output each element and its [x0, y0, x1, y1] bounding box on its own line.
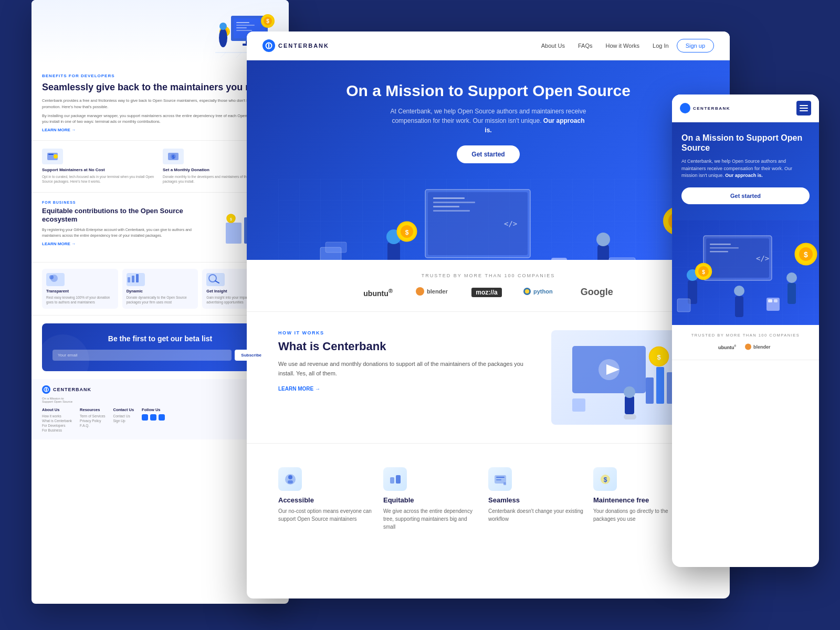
footer-contact: Contact Us Contact Us Sign Up — [113, 407, 134, 433]
nav-login[interactable]: Log In — [653, 43, 669, 49]
svg-rect-99 — [390, 477, 394, 484]
beta-section: Be the first to get our beta list Subscr… — [42, 323, 278, 371]
svg-text:$: $ — [266, 18, 269, 24]
feat-desc-1: Rest easy knowing 100% of your donation … — [46, 295, 114, 304]
svg-rect-131 — [735, 296, 743, 317]
ubuntu-logo: ubuntu® — [363, 287, 393, 298]
feat-title-2: Dynamic — [127, 289, 194, 293]
footer-link-developers[interactable]: For Developers — [42, 424, 72, 427]
mob-emphasis: Our approach is. — [725, 173, 763, 178]
left-hero-desc: Centerbank provides a free and frictionl… — [42, 98, 278, 110]
svg-line-44 — [215, 281, 219, 283]
svg-text:blender: blender — [753, 344, 771, 350]
learn-more-link[interactable]: LEARN MORE → — [42, 128, 278, 132]
feat-icon-dynamic — [127, 273, 145, 286]
footer-follow: Follow Us — [142, 407, 165, 433]
mid-nav-links: About Us FAQs How it Works — [541, 43, 639, 49]
feat-icon-insight — [206, 273, 225, 286]
beta-subscribe-button[interactable]: Subscribe — [235, 350, 268, 361]
footer-logo-icon — [42, 385, 50, 394]
svg-line-19 — [220, 52, 226, 58]
footer-link-privacy[interactable]: Privacy Policy — [80, 419, 105, 423]
trusted-label: TRUSTED BY MORE THAN 100 COMPANIES — [278, 273, 698, 278]
facebook-icon[interactable] — [150, 414, 156, 421]
svg-rect-64 — [597, 245, 609, 260]
footer-link-faq[interactable]: F.A.Q. — [80, 424, 105, 427]
beta-title: Be the first to get our beta list — [52, 334, 268, 343]
mob-navbar: CENTERBANK — [672, 94, 819, 122]
how-learn-more[interactable]: LEARN MORE → — [278, 386, 530, 392]
biz-tag: FOR BUSINESS — [42, 201, 278, 204]
nav-about[interactable]: About Us — [541, 43, 565, 49]
svg-text:</>: </> — [756, 254, 769, 262]
svg-rect-41 — [132, 276, 134, 282]
mini-card-desc-1: Opt in to curated, tech-focused ads in y… — [42, 174, 158, 184]
svg-point-132 — [734, 286, 744, 296]
python-logo: python — [523, 286, 560, 298]
mid-cta-button[interactable]: Get started — [457, 145, 519, 163]
twitter-icon[interactable] — [142, 414, 148, 421]
nav-how[interactable]: How it Works — [606, 43, 640, 49]
footer-link-whatis[interactable]: What is Centerbank — [42, 419, 72, 423]
nav-faqs[interactable]: FAQs — [578, 43, 593, 49]
blender-logo: blender — [414, 286, 450, 298]
footer-tagline: On a Mission toSupport Open Source — [42, 397, 278, 403]
svg-rect-40 — [128, 277, 130, 282]
hero-svg-illustration: </> $ — [278, 179, 730, 260]
svg-point-39 — [49, 275, 54, 279]
footer-link-howworks[interactable]: How it works — [42, 414, 72, 418]
svg-rect-100 — [396, 475, 401, 484]
footer-follow-title: Follow Us — [142, 407, 165, 412]
svg-point-79 — [416, 287, 424, 296]
feature-title-seamless: Seamless — [488, 496, 585, 504]
social-icons — [142, 414, 165, 421]
biz-title: Equitable contributions to the Open Sour… — [42, 207, 210, 225]
svg-rect-52 — [433, 197, 465, 199]
mob-cta-button[interactable]: Get started — [681, 187, 810, 204]
footer-link-business[interactable]: For Business — [42, 428, 72, 432]
nav-signup[interactable]: Sign up — [677, 39, 714, 52]
hamburger-icon[interactable] — [796, 101, 811, 116]
svg-rect-130 — [677, 299, 690, 312]
svg-point-94 — [624, 386, 635, 398]
google-logo: Google — [581, 287, 613, 298]
footer-link-terms[interactable]: Term of Services — [80, 414, 105, 418]
svg-rect-90 — [656, 367, 664, 404]
feat-icon-transparent — [46, 273, 65, 286]
svg-rect-128 — [768, 299, 772, 302]
svg-text:blender: blender — [427, 288, 448, 295]
feat-desc-2: Donate dynamically to the Open Source pa… — [127, 295, 194, 304]
beta-form: Subscribe — [52, 350, 268, 361]
equitable-icon — [383, 467, 407, 491]
svg-text:$: $ — [603, 476, 607, 484]
instagram-icon[interactable] — [159, 414, 165, 421]
middle-panel: CENTERBANK About Us FAQs How it Works Lo… — [247, 32, 730, 598]
left-hero-desc2: By installing our package manager wrappe… — [42, 113, 278, 125]
svg-point-123 — [786, 272, 797, 283]
features-grid: Accessible Our no-cost option means ever… — [247, 444, 730, 554]
svg-rect-74 — [326, 242, 346, 253]
biz-desc: By registering your GitHub Enterprise ac… — [42, 227, 210, 238]
how-text: HOW IT WORKS What is Centerbank We use a… — [278, 330, 530, 425]
svg-rect-95 — [572, 398, 585, 412]
footer-resources-title: Resources — [80, 407, 105, 412]
footer-columns: About Us How it works What is Centerbank… — [42, 407, 278, 433]
beta-email-input[interactable] — [52, 350, 232, 361]
svg-point-14 — [219, 28, 227, 47]
accessible-icon — [278, 467, 302, 491]
mid-hero-desc: At Centerbank, we help Open Source autho… — [388, 107, 588, 135]
mob-logo-text: CENTERBANK — [693, 106, 730, 111]
svg-rect-4 — [236, 27, 247, 28]
footer-about: About Us How it works What is Centerbank… — [42, 407, 72, 433]
svg-rect-48 — [268, 44, 269, 48]
mini-card-title-1: Support Maintainers at No Cost — [42, 167, 158, 172]
biz-learn-more[interactable]: LEARN MORE → — [42, 242, 210, 246]
svg-text:python: python — [533, 288, 553, 295]
feature-equitable: Equitable We give across the entire depe… — [383, 459, 488, 539]
footer-link-signup[interactable]: Sign Up — [113, 419, 134, 423]
svg-point-97 — [288, 475, 292, 479]
svg-rect-89 — [646, 377, 654, 404]
svg-rect-129 — [774, 299, 778, 302]
footer-link-contactus[interactable]: Contact Us — [113, 414, 134, 418]
mob-ubuntu-logo: ubuntu® — [718, 344, 736, 350]
